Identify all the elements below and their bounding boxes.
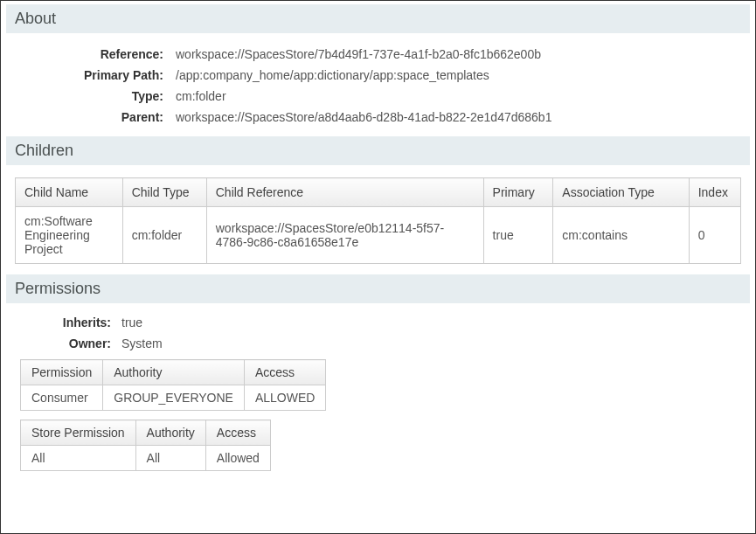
about-header: About (6, 4, 750, 33)
parent-value: workspace://SpacesStore/a8d4aab6-d28b-41… (176, 110, 741, 124)
col-child-name[interactable]: Child Name (16, 178, 123, 207)
cell-association-type: cm:contains (553, 207, 689, 264)
children-header-row: Child Name Child Type Child Reference Pr… (16, 178, 741, 207)
primary-path-label: Primary Path: (15, 68, 163, 82)
cell-access: ALLOWED (244, 385, 325, 411)
col-store-permission[interactable]: Store Permission (21, 420, 136, 446)
about-grid: Reference: workspace://SpacesStore/7b4d4… (6, 33, 750, 136)
cell-child-name: cm:Software Engineering Project (16, 207, 123, 264)
primary-path-value: /app:company_home/app:dictionary/app:spa… (176, 68, 741, 82)
cell-store-permission: All (21, 446, 136, 471)
permissions-header-row: Permission Authority Access (21, 360, 326, 385)
col-index[interactable]: Index (689, 178, 740, 207)
owner-value: System (121, 336, 741, 350)
type-value: cm:folder (176, 89, 741, 103)
cell-store-access: Allowed (205, 446, 270, 471)
inherits-label: Inherits: (27, 316, 111, 329)
col-primary[interactable]: Primary (483, 178, 553, 207)
children-header: Children (6, 136, 750, 165)
cell-index: 0 (689, 207, 740, 264)
cell-child-type: cm:folder (122, 207, 206, 264)
type-label: Type: (15, 89, 163, 103)
permissions-table: Permission Authority Access Consumer GRO… (20, 359, 326, 411)
table-row[interactable]: cm:Software Engineering Project cm:folde… (16, 207, 741, 264)
cell-store-authority: All (135, 446, 205, 471)
col-store-authority[interactable]: Authority (135, 420, 205, 446)
col-authority[interactable]: Authority (103, 360, 245, 385)
reference-value: workspace://SpacesStore/7b4d49f1-737e-4a… (176, 47, 741, 61)
cell-permission: Consumer (21, 385, 103, 411)
table-row[interactable]: All All Allowed (21, 446, 271, 471)
parent-label: Parent: (15, 110, 163, 124)
col-association-type[interactable]: Association Type (553, 178, 689, 207)
cell-primary: true (483, 207, 553, 264)
col-permission[interactable]: Permission (21, 360, 103, 385)
children-table: Child Name Child Type Child Reference Pr… (15, 177, 741, 264)
inherits-value: true (121, 316, 741, 329)
node-browser-panel: About Reference: workspace://SpacesStore… (0, 0, 756, 534)
cell-child-reference: workspace://SpacesStore/e0b12114-5f57-47… (206, 207, 483, 264)
col-child-type[interactable]: Child Type (122, 178, 206, 207)
owner-label: Owner: (27, 336, 111, 350)
permissions-meta: Inherits: true Owner: System (6, 303, 750, 359)
store-permissions-header-row: Store Permission Authority Access (21, 420, 271, 446)
permissions-header: Permissions (6, 274, 750, 303)
reference-label: Reference: (15, 47, 163, 61)
table-row[interactable]: Consumer GROUP_EVERYONE ALLOWED (21, 385, 326, 411)
cell-authority: GROUP_EVERYONE (103, 385, 245, 411)
col-child-reference[interactable]: Child Reference (206, 178, 483, 207)
col-store-access[interactable]: Access (205, 420, 270, 446)
col-access[interactable]: Access (244, 360, 325, 385)
store-permissions-table: Store Permission Authority Access All Al… (20, 420, 271, 471)
